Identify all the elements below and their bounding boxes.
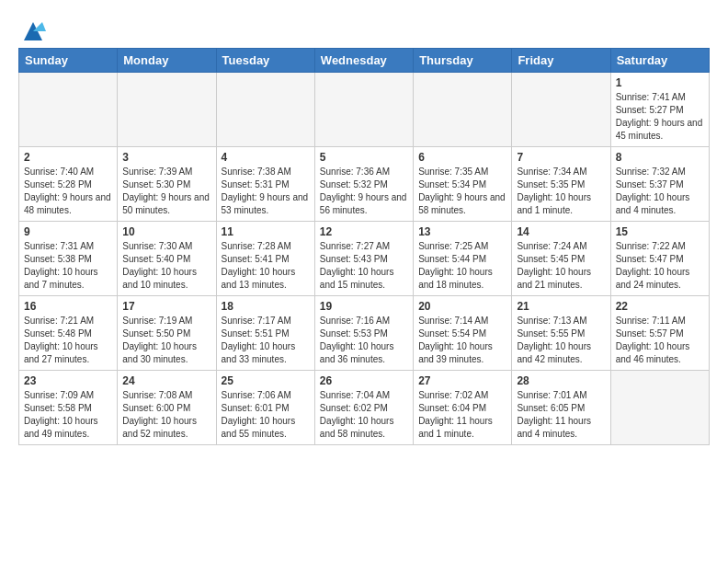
calendar-header-saturday: Saturday xyxy=(610,49,709,73)
day-number: 23 xyxy=(24,374,112,387)
day-number: 11 xyxy=(222,225,310,238)
calendar-cell xyxy=(118,73,216,147)
calendar-header-wednesday: Wednesday xyxy=(314,49,413,73)
day-info: Sunrise: 7:21 AM Sunset: 5:48 PM Dayligh… xyxy=(24,315,112,366)
day-info: Sunrise: 7:31 AM Sunset: 5:38 PM Dayligh… xyxy=(24,240,112,292)
day-number: 1 xyxy=(616,76,704,89)
day-number: 9 xyxy=(24,225,112,238)
calendar-cell: 27Sunrise: 7:02 AM Sunset: 6:04 PM Dayli… xyxy=(414,371,512,445)
calendar-cell: 18Sunrise: 7:17 AM Sunset: 5:51 PM Dayli… xyxy=(216,296,314,371)
calendar-cell xyxy=(314,73,413,147)
day-info: Sunrise: 7:28 AM Sunset: 5:41 PM Dayligh… xyxy=(222,240,310,292)
calendar-cell: 19Sunrise: 7:16 AM Sunset: 5:53 PM Dayli… xyxy=(314,296,413,371)
calendar-header-row: SundayMondayTuesdayWednesdayThursdayFrid… xyxy=(19,49,710,73)
day-info: Sunrise: 7:36 AM Sunset: 5:32 PM Dayligh… xyxy=(320,166,408,217)
calendar-week-row: 2Sunrise: 7:40 AM Sunset: 5:28 PM Daylig… xyxy=(19,147,710,222)
day-info: Sunrise: 7:02 AM Sunset: 6:04 PM Dayligh… xyxy=(418,389,506,441)
day-info: Sunrise: 7:04 AM Sunset: 6:02 PM Dayligh… xyxy=(320,389,408,441)
day-number: 16 xyxy=(24,300,112,313)
day-info: Sunrise: 7:27 AM Sunset: 5:43 PM Dayligh… xyxy=(320,240,408,292)
day-info: Sunrise: 7:14 AM Sunset: 5:54 PM Dayligh… xyxy=(418,315,506,366)
calendar-cell: 15Sunrise: 7:22 AM Sunset: 5:47 PM Dayli… xyxy=(610,222,709,296)
day-info: Sunrise: 7:40 AM Sunset: 5:28 PM Dayligh… xyxy=(24,166,112,217)
calendar-cell: 23Sunrise: 7:09 AM Sunset: 5:58 PM Dayli… xyxy=(19,371,118,445)
day-number: 13 xyxy=(418,225,506,238)
day-info: Sunrise: 7:38 AM Sunset: 5:31 PM Dayligh… xyxy=(222,166,310,217)
day-number: 4 xyxy=(222,151,310,164)
day-info: Sunrise: 7:41 AM Sunset: 5:27 PM Dayligh… xyxy=(616,91,704,143)
day-number: 18 xyxy=(222,300,310,313)
day-number: 17 xyxy=(122,300,210,313)
calendar-week-row: 1Sunrise: 7:41 AM Sunset: 5:27 PM Daylig… xyxy=(19,73,710,147)
calendar-cell: 21Sunrise: 7:13 AM Sunset: 5:55 PM Dayli… xyxy=(512,296,610,371)
day-info: Sunrise: 7:25 AM Sunset: 5:44 PM Dayligh… xyxy=(418,240,506,292)
calendar-week-row: 9Sunrise: 7:31 AM Sunset: 5:38 PM Daylig… xyxy=(19,222,710,296)
calendar-cell: 17Sunrise: 7:19 AM Sunset: 5:50 PM Dayli… xyxy=(118,296,216,371)
calendar-week-row: 23Sunrise: 7:09 AM Sunset: 5:58 PM Dayli… xyxy=(19,371,710,445)
day-info: Sunrise: 7:09 AM Sunset: 5:58 PM Dayligh… xyxy=(24,389,112,441)
day-info: Sunrise: 7:11 AM Sunset: 5:57 PM Dayligh… xyxy=(616,315,704,366)
calendar-cell xyxy=(19,73,118,147)
calendar-cell: 28Sunrise: 7:01 AM Sunset: 6:05 PM Dayli… xyxy=(512,371,610,445)
day-info: Sunrise: 7:32 AM Sunset: 5:37 PM Dayligh… xyxy=(616,166,704,217)
day-number: 14 xyxy=(517,225,605,238)
calendar-cell: 2Sunrise: 7:40 AM Sunset: 5:28 PM Daylig… xyxy=(19,147,118,222)
day-number: 2 xyxy=(24,151,112,164)
calendar-cell: 22Sunrise: 7:11 AM Sunset: 5:57 PM Dayli… xyxy=(610,296,709,371)
day-number: 6 xyxy=(418,151,506,164)
calendar-cell: 16Sunrise: 7:21 AM Sunset: 5:48 PM Dayli… xyxy=(19,296,118,371)
day-number: 5 xyxy=(320,151,408,164)
day-number: 7 xyxy=(517,151,605,164)
day-info: Sunrise: 7:13 AM Sunset: 5:55 PM Dayligh… xyxy=(517,315,605,366)
logo-icon xyxy=(20,18,46,44)
day-number: 21 xyxy=(517,300,605,313)
day-number: 20 xyxy=(418,300,506,313)
day-number: 8 xyxy=(616,151,704,164)
calendar-cell: 6Sunrise: 7:35 AM Sunset: 5:34 PM Daylig… xyxy=(414,147,512,222)
logo xyxy=(18,18,46,39)
calendar-header-monday: Monday xyxy=(118,49,216,73)
calendar-header-tuesday: Tuesday xyxy=(216,49,314,73)
day-number: 22 xyxy=(616,300,704,313)
day-info: Sunrise: 7:06 AM Sunset: 6:01 PM Dayligh… xyxy=(222,389,310,441)
calendar-cell: 7Sunrise: 7:34 AM Sunset: 5:35 PM Daylig… xyxy=(512,147,610,222)
calendar-cell xyxy=(610,371,709,445)
calendar-header-friday: Friday xyxy=(512,49,610,73)
calendar-cell: 14Sunrise: 7:24 AM Sunset: 5:45 PM Dayli… xyxy=(512,222,610,296)
calendar-cell: 25Sunrise: 7:06 AM Sunset: 6:01 PM Dayli… xyxy=(216,371,314,445)
calendar-cell: 10Sunrise: 7:30 AM Sunset: 5:40 PM Dayli… xyxy=(118,222,216,296)
calendar-cell: 20Sunrise: 7:14 AM Sunset: 5:54 PM Dayli… xyxy=(414,296,512,371)
day-info: Sunrise: 7:16 AM Sunset: 5:53 PM Dayligh… xyxy=(320,315,408,366)
day-number: 12 xyxy=(320,225,408,238)
day-number: 19 xyxy=(320,300,408,313)
day-number: 10 xyxy=(122,225,210,238)
calendar-table: SundayMondayTuesdayWednesdayThursdayFrid… xyxy=(18,48,710,445)
day-info: Sunrise: 7:30 AM Sunset: 5:40 PM Dayligh… xyxy=(122,240,210,292)
calendar-cell: 8Sunrise: 7:32 AM Sunset: 5:37 PM Daylig… xyxy=(610,147,709,222)
day-number: 28 xyxy=(517,374,605,387)
calendar-cell xyxy=(216,73,314,147)
calendar-cell: 1Sunrise: 7:41 AM Sunset: 5:27 PM Daylig… xyxy=(610,73,709,147)
day-info: Sunrise: 7:22 AM Sunset: 5:47 PM Dayligh… xyxy=(616,240,704,292)
calendar-header-sunday: Sunday xyxy=(19,49,118,73)
day-number: 27 xyxy=(418,374,506,387)
day-number: 25 xyxy=(222,374,310,387)
calendar-cell: 13Sunrise: 7:25 AM Sunset: 5:44 PM Dayli… xyxy=(414,222,512,296)
calendar-cell: 4Sunrise: 7:38 AM Sunset: 5:31 PM Daylig… xyxy=(216,147,314,222)
calendar-cell xyxy=(512,73,610,147)
calendar-cell: 9Sunrise: 7:31 AM Sunset: 5:38 PM Daylig… xyxy=(19,222,118,296)
calendar-cell: 26Sunrise: 7:04 AM Sunset: 6:02 PM Dayli… xyxy=(314,371,413,445)
day-info: Sunrise: 7:34 AM Sunset: 5:35 PM Dayligh… xyxy=(517,166,605,217)
day-info: Sunrise: 7:19 AM Sunset: 5:50 PM Dayligh… xyxy=(122,315,210,366)
day-info: Sunrise: 7:35 AM Sunset: 5:34 PM Dayligh… xyxy=(418,166,506,217)
calendar-cell: 3Sunrise: 7:39 AM Sunset: 5:30 PM Daylig… xyxy=(118,147,216,222)
day-number: 24 xyxy=(122,374,210,387)
day-number: 15 xyxy=(616,225,704,238)
day-info: Sunrise: 7:08 AM Sunset: 6:00 PM Dayligh… xyxy=(122,389,210,441)
calendar-cell: 5Sunrise: 7:36 AM Sunset: 5:32 PM Daylig… xyxy=(314,147,413,222)
calendar-cell: 24Sunrise: 7:08 AM Sunset: 6:00 PM Dayli… xyxy=(118,371,216,445)
day-info: Sunrise: 7:39 AM Sunset: 5:30 PM Dayligh… xyxy=(122,166,210,217)
calendar-cell xyxy=(414,73,512,147)
calendar-week-row: 16Sunrise: 7:21 AM Sunset: 5:48 PM Dayli… xyxy=(19,296,710,371)
calendar-cell: 11Sunrise: 7:28 AM Sunset: 5:41 PM Dayli… xyxy=(216,222,314,296)
